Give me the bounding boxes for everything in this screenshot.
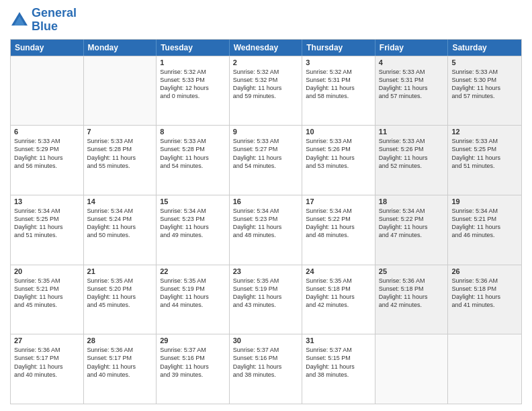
day-number: 12 bbox=[451, 128, 518, 136]
cell-line: Sunrise: 5:35 AM bbox=[87, 277, 153, 285]
cal-header-monday: Monday bbox=[84, 40, 157, 56]
cell-line: and 52 minutes. bbox=[379, 162, 445, 170]
cal-header-tuesday: Tuesday bbox=[157, 40, 230, 56]
cell-line: Sunset: 5:18 PM bbox=[451, 285, 518, 293]
cell-line: Sunrise: 5:37 AM bbox=[233, 346, 299, 354]
cell-line: Sunrise: 5:35 AM bbox=[306, 277, 371, 285]
cell-line: and 38 minutes. bbox=[233, 371, 299, 379]
day-number: 20 bbox=[14, 267, 80, 275]
cal-cell: 26Sunrise: 5:36 AMSunset: 5:18 PMDayligh… bbox=[448, 265, 521, 334]
cal-cell: 18Sunrise: 5:34 AMSunset: 5:22 PMDayligh… bbox=[375, 195, 449, 265]
cell-line: Sunrise: 5:35 AM bbox=[233, 277, 299, 285]
cell-line: Sunrise: 5:37 AM bbox=[306, 346, 371, 354]
cal-header-wednesday: Wednesday bbox=[230, 40, 303, 56]
cell-line: Daylight: 11 hours bbox=[306, 84, 371, 92]
cell-line: Sunrise: 5:33 AM bbox=[14, 137, 80, 145]
logo-text: General Blue bbox=[32, 7, 77, 34]
cell-line: Sunrise: 5:34 AM bbox=[87, 207, 153, 215]
cell-line: Sunset: 5:16 PM bbox=[233, 354, 299, 362]
cal-cell: 11Sunrise: 5:33 AMSunset: 5:26 PMDayligh… bbox=[375, 126, 449, 195]
cal-cell bbox=[375, 334, 449, 404]
cal-cell: 24Sunrise: 5:35 AMSunset: 5:18 PMDayligh… bbox=[302, 265, 375, 334]
calendar-header-row: SundayMondayTuesdayWednesdayThursdayFrid… bbox=[11, 40, 521, 56]
cell-line: Sunrise: 5:36 AM bbox=[451, 277, 518, 285]
cell-line: Sunset: 5:21 PM bbox=[14, 285, 80, 293]
cell-line: Sunset: 5:18 PM bbox=[306, 285, 371, 293]
day-number: 10 bbox=[306, 128, 371, 136]
logo-blue: Blue bbox=[32, 19, 58, 33]
cell-line: Sunrise: 5:33 AM bbox=[87, 137, 153, 145]
cell-line: and 43 minutes. bbox=[233, 301, 299, 309]
day-number: 16 bbox=[233, 197, 299, 205]
cal-header-friday: Friday bbox=[375, 40, 449, 56]
cell-line: Sunset: 5:30 PM bbox=[451, 76, 518, 84]
cell-line: Sunrise: 5:37 AM bbox=[160, 346, 226, 354]
cal-cell: 25Sunrise: 5:36 AMSunset: 5:18 PMDayligh… bbox=[375, 265, 449, 334]
cell-line: Daylight: 11 hours bbox=[160, 154, 226, 162]
cell-line: and 40 minutes. bbox=[14, 371, 80, 379]
cell-line: and 40 minutes. bbox=[87, 371, 153, 379]
logo: General Blue bbox=[10, 7, 77, 34]
cell-line: Daylight: 11 hours bbox=[233, 223, 299, 231]
cell-line: Sunset: 5:31 PM bbox=[306, 76, 371, 84]
cell-line: Daylight: 11 hours bbox=[87, 154, 153, 162]
cal-cell: 12Sunrise: 5:33 AMSunset: 5:25 PMDayligh… bbox=[448, 126, 521, 195]
cal-cell: 20Sunrise: 5:35 AMSunset: 5:21 PMDayligh… bbox=[11, 265, 84, 334]
cell-line: and 44 minutes. bbox=[160, 301, 226, 309]
cell-line: Sunrise: 5:36 AM bbox=[379, 277, 445, 285]
cell-line: Sunset: 5:24 PM bbox=[87, 215, 153, 223]
cell-line: Sunset: 5:23 PM bbox=[233, 215, 299, 223]
cal-cell: 22Sunrise: 5:35 AMSunset: 5:19 PMDayligh… bbox=[157, 265, 230, 334]
day-number: 11 bbox=[379, 128, 445, 136]
cell-line: Sunrise: 5:35 AM bbox=[14, 277, 80, 285]
cell-line: Daylight: 11 hours bbox=[233, 363, 299, 371]
cell-line: Sunrise: 5:34 AM bbox=[451, 207, 518, 215]
day-number: 22 bbox=[160, 267, 226, 275]
cell-line: Sunset: 5:21 PM bbox=[451, 215, 518, 223]
cal-cell bbox=[448, 334, 521, 404]
day-number: 26 bbox=[451, 267, 518, 275]
cell-line: and 54 minutes. bbox=[233, 162, 299, 170]
logo-general: General bbox=[32, 6, 77, 19]
cell-line: and 45 minutes. bbox=[87, 301, 153, 309]
cal-cell: 10Sunrise: 5:33 AMSunset: 5:26 PMDayligh… bbox=[302, 126, 375, 195]
cell-line: Sunset: 5:25 PM bbox=[451, 145, 518, 153]
day-number: 23 bbox=[233, 267, 299, 275]
cal-cell: 7Sunrise: 5:33 AMSunset: 5:28 PMDaylight… bbox=[84, 126, 157, 195]
cell-line: Daylight: 11 hours bbox=[379, 223, 445, 231]
cell-line: Sunset: 5:16 PM bbox=[160, 354, 226, 362]
cell-line: and 59 minutes. bbox=[233, 92, 299, 100]
cal-cell: 8Sunrise: 5:33 AMSunset: 5:28 PMDaylight… bbox=[157, 126, 230, 195]
day-number: 2 bbox=[233, 58, 299, 66]
cell-line: and 53 minutes. bbox=[306, 162, 371, 170]
cal-cell: 31Sunrise: 5:37 AMSunset: 5:15 PMDayligh… bbox=[302, 334, 375, 404]
cell-line: Daylight: 11 hours bbox=[160, 293, 226, 301]
cell-line: Sunset: 5:26 PM bbox=[306, 145, 371, 153]
cell-line: and 50 minutes. bbox=[87, 231, 153, 239]
day-number: 15 bbox=[160, 197, 226, 205]
day-number: 25 bbox=[379, 267, 445, 275]
cell-line: Daylight: 11 hours bbox=[451, 84, 518, 92]
cell-line: Daylight: 12 hours bbox=[160, 84, 226, 92]
cal-cell: 27Sunrise: 5:36 AMSunset: 5:17 PMDayligh… bbox=[11, 334, 84, 404]
cell-line: Sunset: 5:28 PM bbox=[87, 145, 153, 153]
cal-cell: 16Sunrise: 5:34 AMSunset: 5:23 PMDayligh… bbox=[230, 195, 303, 265]
cell-line: and 58 minutes. bbox=[306, 92, 371, 100]
cell-line: and 41 minutes. bbox=[451, 301, 518, 309]
cell-line: Sunrise: 5:34 AM bbox=[233, 207, 299, 215]
cell-line: and 48 minutes. bbox=[233, 231, 299, 239]
day-number: 8 bbox=[160, 128, 226, 136]
cell-line: Sunrise: 5:34 AM bbox=[379, 207, 445, 215]
day-number: 21 bbox=[87, 267, 153, 275]
day-number: 13 bbox=[14, 197, 80, 205]
cal-cell: 6Sunrise: 5:33 AMSunset: 5:29 PMDaylight… bbox=[11, 126, 84, 195]
cell-line: Sunrise: 5:34 AM bbox=[160, 207, 226, 215]
day-number: 19 bbox=[451, 197, 518, 205]
cell-line: and 42 minutes. bbox=[306, 301, 371, 309]
day-number: 9 bbox=[233, 128, 299, 136]
cell-line: Daylight: 11 hours bbox=[451, 293, 518, 301]
calendar-body: 1Sunrise: 5:32 AMSunset: 5:33 PMDaylight… bbox=[11, 56, 521, 404]
cal-cell: 1Sunrise: 5:32 AMSunset: 5:33 PMDaylight… bbox=[157, 56, 230, 126]
calendar: SundayMondayTuesdayWednesdayThursdayFrid… bbox=[10, 39, 522, 404]
cell-line: Sunset: 5:29 PM bbox=[14, 145, 80, 153]
